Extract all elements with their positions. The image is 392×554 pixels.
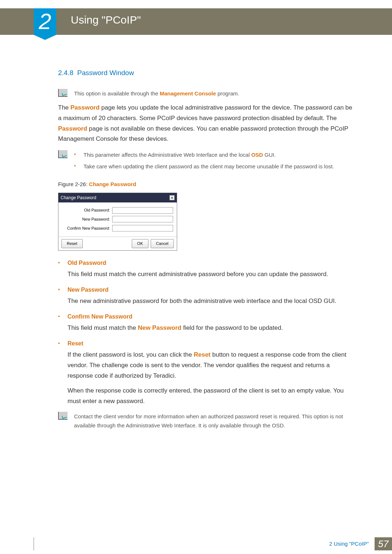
confirm-password-label: Confirm New Password: bbox=[62, 225, 112, 232]
new-password-input[interactable] bbox=[112, 216, 173, 222]
ok-button[interactable]: OK bbox=[132, 239, 148, 248]
field-desc: When the response code is correctly ente… bbox=[68, 386, 356, 407]
old-password-label: Old Password: bbox=[62, 207, 112, 214]
old-password-input[interactable] bbox=[112, 207, 173, 214]
warning-item: Take care when updating the client passw… bbox=[74, 162, 334, 171]
new-password-row: New Password: bbox=[62, 216, 173, 223]
dialog-body: Old Password: New Password: Confirm New … bbox=[58, 202, 177, 237]
confirm-password-input[interactable] bbox=[112, 225, 173, 231]
footer-chapter-label: 2 Using "PCoIP" bbox=[329, 541, 369, 547]
chapter-number-badge: 2 bbox=[34, 8, 56, 35]
section-number: 2.4.8 bbox=[58, 69, 73, 77]
field-confirm-password: Confirm New Password This field must mat… bbox=[58, 312, 356, 333]
note-icon bbox=[58, 89, 68, 97]
page-number: 57 bbox=[375, 537, 392, 550]
warning-item: This parameter affects the Administrativ… bbox=[74, 150, 334, 160]
chapter-title: Using "PCoIP" bbox=[71, 14, 141, 26]
note-icon bbox=[58, 412, 68, 420]
close-icon[interactable]: × bbox=[170, 195, 175, 200]
field-reset: Reset If the client password is lost, yo… bbox=[58, 338, 356, 407]
dialog-title-text: Change Password bbox=[61, 194, 96, 201]
field-title: New Password bbox=[68, 285, 356, 295]
page-footer: 2 Using "PCoIP" 57 bbox=[0, 537, 392, 554]
note-text: Contact the client vendor for more infor… bbox=[74, 412, 356, 430]
field-desc: This field must match the New Password f… bbox=[68, 323, 356, 333]
figure-caption: Figure 2-26: Change Password bbox=[58, 180, 356, 189]
header-bar bbox=[0, 8, 392, 35]
footer-rule bbox=[33, 537, 34, 550]
new-password-label: New Password: bbox=[62, 216, 112, 223]
dialog-button-row: Reset OK Cancel bbox=[58, 237, 177, 250]
field-desc: The new administrative password for both… bbox=[68, 296, 356, 307]
field-desc: If the client password is lost, you can … bbox=[68, 350, 356, 381]
field-definitions: Old Password This field must match the c… bbox=[58, 258, 356, 407]
management-console-label: Management Console bbox=[160, 90, 216, 97]
note-availability: This option is available through the Man… bbox=[58, 89, 356, 98]
note-text: This option is available through the Man… bbox=[74, 89, 356, 98]
section-heading: 2.4.8 Password Window bbox=[58, 67, 356, 79]
password-description: The Password page lets you update the lo… bbox=[58, 103, 356, 145]
field-desc: This field must match the current admini… bbox=[68, 269, 356, 280]
note-warnings: This parameter affects the Administrativ… bbox=[58, 150, 356, 173]
field-title: Old Password bbox=[68, 258, 356, 268]
old-password-row: Old Password: bbox=[62, 207, 173, 214]
note-contact-vendor: Contact the client vendor for more infor… bbox=[58, 412, 356, 430]
warning-list: This parameter affects the Administrativ… bbox=[74, 150, 334, 173]
field-title: Reset bbox=[68, 338, 356, 348]
reset-button[interactable]: Reset bbox=[61, 239, 83, 248]
confirm-password-row: Confirm New Password: bbox=[62, 225, 173, 232]
cancel-button[interactable]: Cancel bbox=[151, 239, 174, 248]
page-content: 2.4.8 Password Window This option is ava… bbox=[58, 67, 356, 435]
dialog-titlebar: Change Password × bbox=[58, 193, 177, 202]
field-old-password: Old Password This field must match the c… bbox=[58, 258, 356, 280]
section-title: Password Window bbox=[77, 69, 134, 77]
field-new-password: New Password The new administrative pass… bbox=[58, 285, 356, 307]
change-password-dialog: Change Password × Old Password: New Pass… bbox=[58, 193, 177, 251]
field-title: Confirm New Password bbox=[68, 312, 356, 321]
note-icon bbox=[58, 150, 68, 158]
